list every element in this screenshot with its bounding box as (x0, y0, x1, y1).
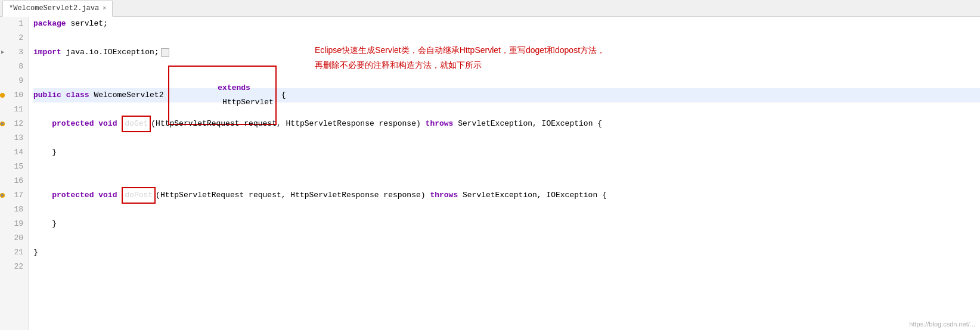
line-num-9: 9 (0, 74, 28, 88)
code-line-1: package servlet; (33, 17, 980, 31)
editor-container: *WelcomeServlet2.java × 1 2 3▶ 8 9 10 11… (0, 0, 980, 330)
code-line-18 (33, 203, 980, 217)
line-num-3: 3▶ (0, 45, 28, 60)
keyword-void-12: void (98, 117, 117, 131)
keyword-throws-12: throws (426, 117, 454, 131)
line-num-12: 12▶ (0, 117, 28, 131)
line-num-10: 10 (0, 88, 28, 102)
line-num-22: 22 (0, 260, 28, 274)
line-num-8: 8 (0, 60, 28, 74)
keyword-protected-17: protected (52, 188, 94, 203)
code-line-14: } (33, 145, 980, 160)
keyword-protected-12: protected (52, 117, 94, 131)
code-line-15 (33, 160, 980, 174)
watermark: https://blog.csdn.net/... (909, 320, 975, 328)
line-num-15: 15 (0, 160, 28, 174)
tab-title: *WelcomeServlet2.java (9, 4, 99, 13)
line-num-14: 14 (0, 145, 28, 160)
code-line-22 (33, 260, 980, 274)
code-line-21: } (33, 245, 980, 260)
fold-icon-3[interactable] (161, 48, 169, 57)
tab-bar: *WelcomeServlet2.java × (0, 0, 980, 17)
keyword-class: class (66, 88, 89, 102)
line-num-18: 18 (0, 203, 28, 217)
annotation-line2: 再删除不必要的注释和构造方法，就如下所示 (315, 58, 605, 73)
dopost-box: doPost (122, 187, 156, 204)
line-num-13: 13 (0, 131, 28, 145)
code-line-19: } (33, 217, 980, 231)
line-num-1: 1 (0, 17, 28, 31)
code-line-12: protected void doGet (HttpServletRequest… (33, 117, 980, 131)
doget-box: doGet (122, 116, 151, 132)
code-area[interactable]: Eclipse快速生成Servlet类，会自动继承HttpServlet，重写d… (29, 17, 980, 330)
keyword-void-17: void (98, 188, 117, 203)
line-num-21: 21 (0, 245, 28, 260)
annotation-text: Eclipse快速生成Servlet类，会自动继承HttpServlet，重写d… (315, 43, 605, 73)
keyword-package: package (33, 17, 66, 31)
code-line-10: public class WelcomeServlet2 extends Htt… (33, 88, 980, 102)
keyword-import: import (33, 45, 61, 60)
line-num-2: 2 (0, 31, 28, 45)
tab-close-button[interactable]: × (103, 5, 106, 12)
annotation-line1: Eclipse快速生成Servlet类，会自动继承HttpServlet，重写d… (315, 43, 605, 58)
line-num-19: 19 (0, 217, 28, 231)
line-numbers: 1 2 3▶ 8 9 10 11 12▶ 13 14 15 16 17▶ 18 … (0, 17, 29, 330)
editor-body: 1 2 3▶ 8 9 10 11 12▶ 13 14 15 16 17▶ 18 … (0, 17, 980, 330)
code-line-16 (33, 174, 980, 188)
keyword-extends: extends (218, 83, 250, 92)
line-num-20: 20 (0, 231, 28, 245)
code-line-20 (33, 231, 980, 245)
keyword-public-10: public (33, 88, 61, 102)
editor-tab[interactable]: *WelcomeServlet2.java × (2, 1, 113, 17)
keyword-throws-17: throws (430, 188, 458, 203)
line-num-16: 16 (0, 174, 28, 188)
line-num-17: 17▶ (0, 188, 28, 203)
code-line-17: protected void doPost (HttpServletReques… (33, 188, 980, 203)
line-num-11: 11 (0, 102, 28, 117)
code-line-13 (33, 131, 980, 145)
extends-httpservlet-box: extends HttpServlet (168, 66, 277, 125)
